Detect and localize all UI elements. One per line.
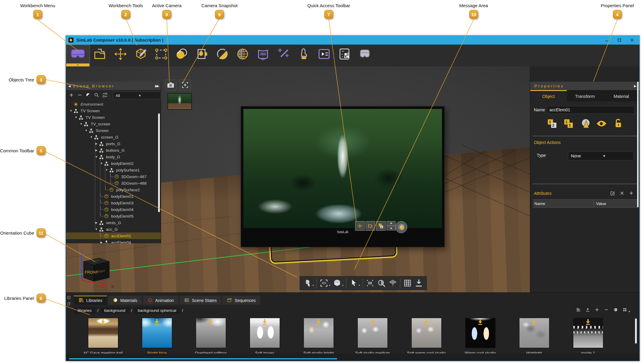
button-rotate[interactable] <box>366 221 375 231</box>
expand-right-icon[interactable]: ▶ <box>634 84 637 88</box>
minimize-button[interactable] <box>601 36 613 45</box>
ribbon-tool-showcase[interactable] <box>314 45 334 63</box>
button-drop-floor[interactable] <box>413 277 425 289</box>
type-dropdown[interactable]: None ▼ <box>568 151 634 160</box>
tool-add[interactable] <box>69 92 74 99</box>
button-duplicate-12[interactable]: 12 <box>546 118 558 130</box>
button-camera[interactable] <box>165 80 176 90</box>
ribbon-tool-training-builder[interactable] <box>293 45 314 63</box>
tv-screen-object[interactable]: SimLab <box>241 106 445 247</box>
button-attr-add[interactable] <box>628 190 634 197</box>
library-item-bright-blue[interactable]: Bright blue <box>130 318 184 355</box>
tab-material[interactable]: Material <box>603 90 640 101</box>
library-item-highlight[interactable]: Highlight <box>507 318 561 355</box>
tab-object[interactable]: Object <box>530 90 567 101</box>
tree-item-3dgeom-467[interactable]: 3DGeom~467 <box>66 173 161 180</box>
button-duplicate-11[interactable]: 11 <box>563 118 574 130</box>
breadcrumb-libraries[interactable]: libraries <box>74 307 95 314</box>
expand-open-icon[interactable]: ▼ <box>74 116 78 119</box>
expand-right-icon[interactable]: ▶▶ <box>155 84 158 88</box>
ribbon-tool-selection[interactable] <box>151 45 171 63</box>
button-lock-open[interactable] <box>612 118 624 130</box>
button-dock-float[interactable] <box>67 301 71 307</box>
tree-item-tv-screen[interactable]: ▼TV Screen <box>66 114 161 121</box>
button-frame-select[interactable]: ▾ <box>318 277 331 289</box>
tree-item-tv-screen[interactable]: ▼TV_screen <box>66 121 161 127</box>
library-item-soft-warm-cool-studio[interactable]: Soft warm cool studio <box>399 318 453 355</box>
tab-materials[interactable]: Materials <box>108 296 142 305</box>
tree-item-accelem04[interactable]: ▶accElem04 <box>66 239 161 243</box>
library-item-overhead-softbox[interactable]: Overhead softbox <box>184 318 238 355</box>
tree-item-polysurface2[interactable]: polySurface2 <box>66 186 161 193</box>
button-layout-grid[interactable]: ▼ <box>622 307 631 314</box>
button-grid[interactable] <box>402 277 413 289</box>
library-item-inside-1[interactable]: inside 1 <box>561 318 615 355</box>
tree-item-body-g[interactable]: ▼body_G <box>66 154 161 160</box>
libraries-scrollbar[interactable] <box>635 318 637 344</box>
tree-item-tv-screen[interactable]: ▼TV Screen <box>66 107 161 114</box>
library-item-soft-studio-medium[interactable]: Soft studio medium <box>346 318 399 355</box>
button-remove[interactable] <box>604 307 609 314</box>
button-download[interactable] <box>585 307 590 314</box>
button-tilt-grid[interactable] <box>387 277 398 289</box>
tree-item-bodyelem02[interactable]: ▼bodyElem02 <box>66 160 161 167</box>
library-item-ac-gava-meeting-hall[interactable]: AC Gava meeting hall <box>76 318 130 355</box>
expand-open-icon[interactable]: ▼ <box>89 136 94 139</box>
ribbon-tool-materials[interactable] <box>212 45 232 63</box>
breadcrumb-background-spherical[interactable]: background spherical <box>134 307 180 314</box>
ribbon-tool-texture-baking[interactable] <box>192 45 212 63</box>
tree-item-buttons-g[interactable]: ▶buttons_G <box>66 147 161 154</box>
ribbon-tool-move-tool[interactable] <box>110 45 131 63</box>
tree-item-screen[interactable]: ▼Screen <box>66 127 161 134</box>
button-orbit[interactable] <box>395 221 407 233</box>
ribbon-tool-modeling[interactable] <box>131 45 151 63</box>
button-up[interactable] <box>387 221 396 226</box>
button-move[interactable] <box>355 221 365 231</box>
ribbon-tool-vr-viewer[interactable] <box>354 45 375 63</box>
collapse-left-icon[interactable]: ◀ <box>66 84 73 88</box>
tab-transform[interactable]: Transform <box>567 90 603 101</box>
tree-item-bodyelem05[interactable]: bodyElem05 <box>66 213 161 219</box>
library-item-warm-cool-studio[interactable]: Warm cool studio <box>453 318 507 355</box>
close-button[interactable] <box>626 36 638 45</box>
ribbon-tool-environment[interactable] <box>232 45 253 63</box>
tree-item-vents-g[interactable]: ▶vents_G <box>66 219 161 226</box>
filter-dropdown[interactable]: All ▼ <box>113 92 161 99</box>
tree-item-polysurface1[interactable]: ▼polySurface1 <box>66 167 161 173</box>
expand-open-icon[interactable]: ▼ <box>84 129 89 132</box>
title-bar[interactable]: SimLab Composer v10.0.0 ( Subscription ) <box>66 36 640 45</box>
tree-item-bodyelem03[interactable]: bodyElem03 <box>66 200 161 206</box>
viewport-3d[interactable]: SimLab 12 ▾▾▾▾ ...... Z X FRONT RIGHT TO… <box>66 66 530 292</box>
button-attr-delete[interactable] <box>619 190 625 197</box>
button-sphere[interactable] <box>613 307 618 314</box>
button-visibility[interactable] <box>596 118 607 130</box>
ribbon-tool-panorama-360[interactable]: 360 <box>253 45 273 63</box>
ribbon-tool-open-project[interactable] <box>90 45 110 63</box>
tree-item-screen-g[interactable]: ▼screen_G <box>66 134 161 140</box>
ribbon-tool-rendering[interactable] <box>171 45 192 63</box>
tool-remove[interactable] <box>77 92 83 99</box>
tab-animation[interactable]: Animation <box>143 296 178 305</box>
ribbon-tool-workbench-menu[interactable]: ▼ <box>66 45 90 63</box>
tree-item-acc-g[interactable]: ▼acc_G <box>66 226 161 233</box>
button-list-view[interactable] <box>576 307 581 314</box>
library-item-soft-boxes[interactable]: Soft boxes <box>238 318 292 355</box>
tree-item-bodyelem01[interactable]: bodyElem01 <box>66 193 161 200</box>
tree-item-3dgeom-468[interactable]: 3DGeom~468 <box>66 180 161 186</box>
button-zoom-object[interactable] <box>376 277 387 289</box>
name-field[interactable]: accElem01 <box>547 106 634 114</box>
button-attr-edit[interactable] <box>610 190 616 197</box>
tree-item-ports-g[interactable]: ▶ports_G <box>66 140 161 147</box>
ribbon-tool-forms[interactable] <box>334 45 354 63</box>
tab-sequences[interactable]: Sequences <box>222 296 260 305</box>
orientation-cube[interactable]: Z X FRONT RIGHT TOP <box>72 250 119 290</box>
button-cone[interactable] <box>579 118 591 130</box>
breadcrumb-background[interactable]: background <box>101 307 129 314</box>
button-select-cube[interactable]: ▾ <box>302 277 315 289</box>
button-down[interactable] <box>387 226 396 230</box>
tree-item-accelem01[interactable]: accElem01 <box>66 233 161 239</box>
tab-libraries[interactable]: Libraries <box>74 296 107 305</box>
properties-scrollbar[interactable] <box>637 82 639 207</box>
ribbon-tool-automation[interactable] <box>273 45 293 63</box>
tool-swap[interactable] <box>102 92 108 99</box>
